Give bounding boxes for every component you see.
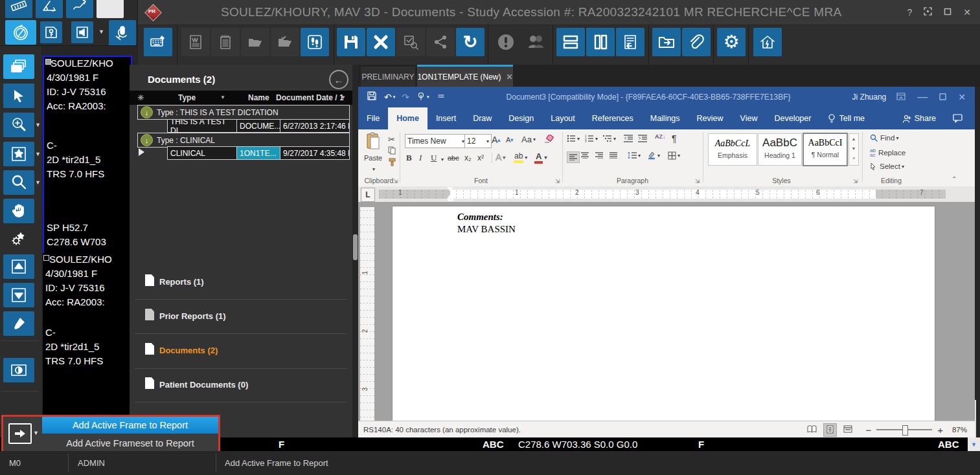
- zoom-caret-icon[interactable]: ▼: [35, 179, 41, 186]
- replace-button[interactable]: abacReplace: [870, 148, 906, 157]
- horizontal-ruler[interactable]: L 1 1 2 3 4 5 6 7: [358, 186, 975, 202]
- paragraph-dialog-launcher-icon[interactable]: ⇲: [695, 178, 700, 184]
- tab-insert[interactable]: Insert: [427, 107, 464, 129]
- zoom-out-icon[interactable]: −: [865, 425, 871, 436]
- italic-button[interactable]: I: [419, 153, 422, 163]
- ruler-tool-icon[interactable]: [5, 0, 32, 18]
- sign-off-footprints-button[interactable]: [301, 28, 329, 56]
- right-indent-marker[interactable]: [870, 194, 876, 199]
- probe-tool-button[interactable]: [3, 311, 34, 336]
- grow-font-icon[interactable]: A▴: [492, 135, 500, 145]
- alert-icon[interactable]: [492, 28, 520, 56]
- tab-close-icon[interactable]: ✕: [507, 72, 513, 82]
- word-close-icon[interactable]: ✕: [958, 92, 966, 102]
- next-frame-button[interactable]: [3, 283, 34, 307]
- tab-layout[interactable]: Layout: [542, 107, 584, 129]
- fullscreen-icon[interactable]: [924, 7, 932, 17]
- microphone-icon[interactable]: [109, 20, 136, 46]
- align-center-button[interactable]: [581, 152, 589, 159]
- magnify-caret-icon[interactable]: ▼: [35, 122, 41, 128]
- copy-icon[interactable]: [388, 146, 396, 155]
- read-mode-icon[interactable]: [807, 425, 817, 434]
- freehand-tool-icon[interactable]: [66, 0, 93, 18]
- attachment-button[interactable]: [682, 28, 711, 56]
- bullet-list-icon[interactable]: ▾: [567, 135, 580, 142]
- undo-icon[interactable]: ↶: [384, 92, 392, 102]
- tab-review[interactable]: Review: [689, 107, 732, 129]
- close-study-button[interactable]: [367, 28, 395, 56]
- sidebar-item-documents-active[interactable]: Documents (2): [159, 346, 218, 355]
- word-save-icon[interactable]: [367, 91, 376, 103]
- styles-gallery-scroll[interactable]: ▲▼≡: [849, 133, 859, 166]
- tab-mailings[interactable]: Mailings: [642, 107, 689, 129]
- paste-button[interactable]: Paste▾: [361, 132, 385, 172]
- image-viewport-active[interactable]: SOULEZ/KHO 4/30/1981 F ID: J-V 75316 Acc…: [43, 56, 132, 254]
- tab-references[interactable]: References: [584, 107, 642, 129]
- font-color-button[interactable]: A▾: [534, 151, 547, 164]
- date-sort-caret-icon[interactable]: ▼: [341, 94, 346, 100]
- mpr-3d-button[interactable]: [3, 226, 34, 251]
- frame-marker[interactable]: [43, 255, 49, 261]
- strip-dropdown-button[interactable]: ▼: [968, 437, 980, 451]
- increase-indent-icon[interactable]: [638, 135, 647, 142]
- collapse-ribbon-icon[interactable]: ⌃: [952, 175, 957, 182]
- word-maximize-icon[interactable]: [939, 91, 946, 103]
- qat-customize-icon[interactable]: [437, 91, 445, 103]
- vertical-ruler[interactable]: 1 2 3: [360, 207, 374, 421]
- style-normal-selected[interactable]: AaBbCcI ¶ Normal: [803, 133, 848, 166]
- underline-caret-icon[interactable]: ▾: [441, 157, 444, 162]
- type-sort-caret-icon[interactable]: ▼: [220, 94, 225, 100]
- web-layout-icon[interactable]: [843, 425, 852, 434]
- zoom-search-button[interactable]: [3, 170, 34, 195]
- sidebar-item-patient-documents[interactable]: Patient Documents (0): [159, 380, 248, 390]
- menu-item-add-active-frame[interactable]: Add Active Frame to Report: [42, 417, 218, 434]
- find-button[interactable]: Find▾: [870, 134, 898, 142]
- audio-note-caret-icon[interactable]: ▼: [98, 28, 104, 35]
- tab-developer[interactable]: Developer: [766, 107, 819, 129]
- tab-stop-selector[interactable]: L: [361, 188, 375, 202]
- previous-frame-button[interactable]: [3, 254, 34, 279]
- tab-file[interactable]: File: [358, 107, 388, 129]
- undo-caret-icon[interactable]: ▾: [393, 94, 396, 100]
- return-report-button[interactable]: [616, 28, 644, 56]
- subscript-button[interactable]: x₂: [464, 153, 472, 162]
- left-indent-marker[interactable]: [448, 199, 453, 201]
- image-viewport-second[interactable]: SOULEZ/KHO 4/30/1981 F ID: J-V 75316 Acc…: [43, 253, 131, 424]
- zoom-slider[interactable]: [876, 429, 932, 430]
- share-button[interactable]: Share: [894, 107, 944, 129]
- align-left-button-active[interactable]: [567, 151, 580, 163]
- partial-tool-icon[interactable]: [97, 0, 124, 18]
- zoom-percent[interactable]: 87%: [952, 426, 967, 434]
- touch-mode-icon[interactable]: [417, 91, 426, 103]
- window-level-caret-icon[interactable]: ▼: [35, 151, 41, 157]
- open-folder-button[interactable]: [241, 28, 269, 56]
- close-icon[interactable]: ✕: [963, 7, 971, 17]
- clipboard-dialog-launcher-icon[interactable]: ⇲: [393, 178, 398, 184]
- group-collapse-icon[interactable]: ↓: [141, 134, 153, 146]
- tab-preliminary[interactable]: PRELIMINARY: [361, 67, 415, 87]
- document-page[interactable]: Comments: MAV BASSIN: [392, 206, 935, 421]
- export-frame-tool[interactable]: ▼: [3, 417, 42, 453]
- pan-hand-button[interactable]: [3, 199, 34, 223]
- conference-button[interactable]: [521, 28, 550, 56]
- ribbon-display-options-icon[interactable]: [896, 91, 906, 103]
- frame-stack-button[interactable]: [3, 54, 34, 79]
- style-emphasis[interactable]: AaBbCcL Emphasis: [708, 133, 757, 166]
- show-paragraph-marks-icon[interactable]: ¶: [672, 133, 677, 144]
- verify-button[interactable]: [396, 28, 425, 56]
- tab-view[interactable]: View: [732, 107, 766, 129]
- transcription-pad-button[interactable]: [211, 28, 240, 56]
- style-heading1[interactable]: AaBbC Heading 1: [758, 133, 802, 166]
- borders-icon[interactable]: ▾: [668, 151, 680, 160]
- refresh-button[interactable]: ↻: [456, 28, 484, 56]
- layout-vertical-button[interactable]: [586, 28, 615, 56]
- justify-button[interactable]: [610, 152, 617, 159]
- settings-gear-button[interactable]: ⚙: [717, 28, 746, 56]
- save-button[interactable]: [337, 28, 365, 56]
- strikethrough-button[interactable]: abc: [448, 154, 459, 162]
- styles-dialog-launcher-icon[interactable]: ⇲: [853, 178, 858, 184]
- hanging-indent-marker[interactable]: [447, 194, 453, 199]
- filter-column-icon[interactable]: ✳: [137, 93, 144, 102]
- tab-design[interactable]: Design: [500, 107, 542, 129]
- format-painter-icon[interactable]: [388, 158, 396, 166]
